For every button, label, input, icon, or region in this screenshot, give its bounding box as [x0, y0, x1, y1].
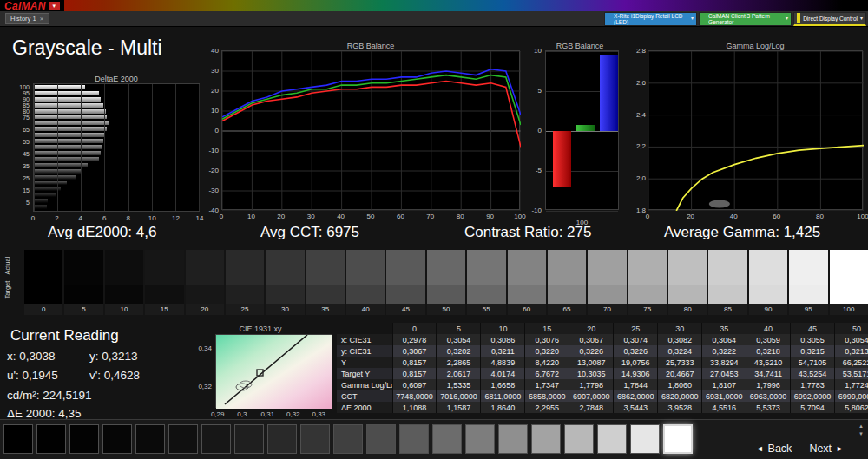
- deltae-bar: [34, 175, 76, 180]
- deltae-bar: [34, 127, 107, 131]
- axis-tick-label: 50: [367, 213, 375, 220]
- pattern-swatch[interactable]: [267, 424, 297, 454]
- grayscale-column: 15: [145, 250, 183, 317]
- pattern-swatch[interactable]: [663, 424, 693, 454]
- pattern-swatch[interactable]: [498, 424, 528, 454]
- table-column-header: 40: [746, 323, 791, 334]
- axis-tick-label: 10: [211, 107, 219, 115]
- table-cell: 0,3059: [746, 334, 791, 345]
- pattern-swatch[interactable]: [531, 424, 561, 454]
- table-cell: 0,8157: [392, 357, 437, 368]
- toolbar: History 1 ✕ X-Rite i1Display Retail LCD …: [0, 11, 868, 27]
- grayscale-column: 40: [346, 250, 385, 317]
- stat-avg-cct: Avg CCT: 6975: [260, 224, 359, 241]
- pattern-swatch[interactable]: [135, 424, 165, 454]
- table-row: Target Y0,81572,06174,01746,767210,30351…: [337, 368, 868, 379]
- axis-tick-label: 2: [55, 214, 58, 222]
- pattern-swatch[interactable]: [564, 424, 594, 454]
- next-button[interactable]: Next ►: [809, 443, 844, 455]
- axis-tick-label: 35: [9, 163, 30, 169]
- pattern-swatch[interactable]: [366, 424, 396, 454]
- table-cell: 0,3222: [702, 345, 746, 357]
- deltae-bar: [34, 139, 103, 143]
- pattern-swatch[interactable]: [630, 424, 660, 454]
- grayscale-swatch-actual: [266, 250, 304, 285]
- grayscale-swatch-target: [508, 285, 546, 304]
- grayscale-swatch-target: [145, 285, 183, 304]
- pattern-swatch[interactable]: [3, 424, 33, 454]
- deltae-bar: [34, 181, 67, 186]
- gamma-chart-title: Gamma Log/Log: [648, 42, 863, 50]
- pattern-swatch[interactable]: [102, 424, 132, 454]
- table-cell: 0,3220: [525, 345, 569, 357]
- tab-close-icon[interactable]: ✕: [40, 16, 44, 22]
- gridline: [175, 84, 176, 211]
- pattern-swatch[interactable]: [168, 424, 198, 454]
- grayscale-swatch-actual: [830, 250, 868, 285]
- axis-tick-label: 65: [9, 127, 30, 133]
- pattern-swatch[interactable]: [36, 424, 66, 454]
- pattern-swatch[interactable]: [432, 424, 462, 454]
- table-cell: 1,7798: [569, 379, 614, 390]
- table-row: Gamma Log/Log0,60971,53351,66581,73471,7…: [337, 379, 868, 390]
- axis-tick-label: 100: [514, 213, 525, 220]
- cie-chart-title: CIE 1931 xy: [189, 325, 332, 333]
- grayscale-column: 70: [588, 250, 626, 317]
- page-title: Grayscale - Multi: [12, 36, 162, 60]
- axis-tick-label: 5: [538, 87, 542, 95]
- deltae-bar: [34, 199, 48, 203]
- pattern-swatch[interactable]: [333, 424, 363, 454]
- app-logo: CalMAN: [4, 0, 46, 12]
- rgb-line-xlabels: 0102030405060708090100: [221, 213, 520, 221]
- axis-tick-label: 0,29: [211, 410, 225, 418]
- axis-tick-label: 80: [816, 213, 824, 220]
- grayscale-swatch-target: [105, 285, 143, 304]
- table-cell: 33,8294: [702, 357, 746, 368]
- grayscale-column: 35: [306, 250, 345, 317]
- pattern-swatch[interactable]: [465, 424, 495, 454]
- grayscale-column: 80: [668, 250, 707, 317]
- axis-tick-label: 14: [196, 214, 204, 222]
- axis-tick-label: -20: [208, 167, 219, 174]
- meter-device-button[interactable]: X-Rite i1Display Retail LCD (LED) ▾: [604, 12, 697, 26]
- reading-x: x: 0,3038: [7, 350, 56, 363]
- table-cell: 6999,0000: [835, 390, 868, 402]
- pattern-swatch[interactable]: [201, 424, 231, 454]
- deltae-bar: [34, 85, 85, 89]
- pattern-generator-button[interactable]: CalMAN Client 3 Pattern Generator ▾: [699, 12, 792, 26]
- scroll-up-icon[interactable]: ▲: [858, 423, 864, 429]
- footer-bar: ▲ ▼ ◄ Back Next ►: [0, 419, 868, 459]
- grayscale-step-label: 35: [306, 304, 345, 315]
- axis-tick-label: 45: [9, 151, 30, 157]
- axis-tick-label: 15: [9, 187, 30, 193]
- back-button[interactable]: ◄ Back: [756, 443, 792, 455]
- table-cell: 6811,0000: [481, 390, 525, 402]
- table-cell: 3,5443: [614, 402, 658, 413]
- pattern-swatch[interactable]: [597, 424, 627, 454]
- display-control-button[interactable]: Direct Display Control ▾: [793, 12, 866, 26]
- axis-tick-label: 4: [79, 214, 82, 222]
- deltae-bar: [34, 151, 101, 155]
- table-cell: 0,3213: [835, 345, 868, 357]
- table-cell: 0,3215: [791, 345, 835, 357]
- tab-history-1[interactable]: History 1 ✕: [5, 13, 49, 24]
- pattern-swatch[interactable]: [69, 424, 99, 454]
- app-menu-caret-icon[interactable]: ▾: [49, 2, 60, 10]
- scroll-down-icon[interactable]: ▼: [858, 431, 864, 436]
- pattern-swatch[interactable]: [300, 424, 330, 454]
- grayscale-step-label: 60: [508, 304, 546, 315]
- grayscale-swatch-target: [789, 285, 827, 304]
- grayscale-swatch-target: [306, 285, 345, 304]
- pattern-swatch[interactable]: [399, 424, 429, 454]
- table-cell: 34,7411: [746, 368, 791, 379]
- table-cell: 6992,0000: [791, 390, 835, 402]
- table-row: Y0,81572,28654,88398,422013,008719,07562…: [337, 357, 868, 368]
- axis-tick-label: 2,6: [636, 79, 646, 87]
- rgb-line-ylabels: 403020100-10-20-30-40: [196, 50, 219, 210]
- table-cell: 1,7347: [525, 379, 569, 390]
- rgb-bar-plot: [545, 50, 619, 210]
- pattern-swatch[interactable]: [234, 424, 264, 454]
- table-cell: 6820,0000: [658, 390, 702, 402]
- pattern-scrollers: ▲ ▼: [858, 423, 864, 436]
- table-cell: 6,7672: [525, 368, 569, 379]
